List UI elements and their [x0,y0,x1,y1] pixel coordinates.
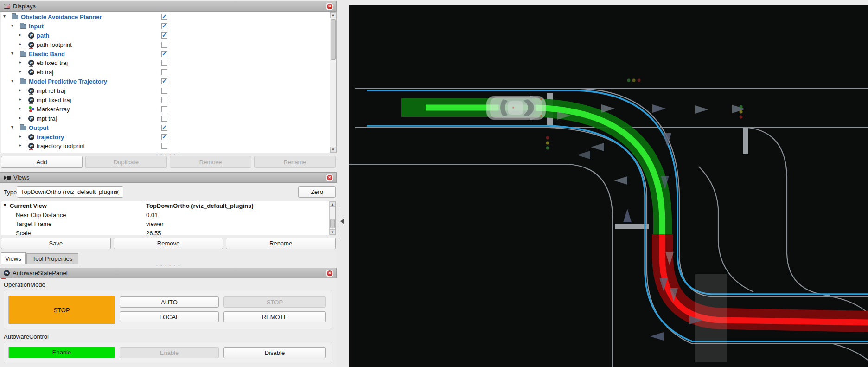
tree-row[interactable]: ▸wpath [1,31,330,40]
enabled-checkbox[interactable] [161,23,167,29]
expanded-icon[interactable]: ▾ [3,13,6,19]
tree-row[interactable]: ▸web fixed traj [1,58,330,68]
views-rename-button[interactable]: Rename [226,238,336,249]
tree-row[interactable]: ▾Model Predictive Trajectory [1,77,330,86]
enabled-checkbox[interactable] [161,134,167,140]
display-label[interactable]: path [37,32,49,39]
collapsed-icon[interactable]: ▸ [19,87,21,92]
displays-duplicate-button[interactable]: Duplicate [85,156,167,168]
tree-row[interactable]: ▸wtrajectory footprint [1,142,330,151]
panel-resize-handle[interactable]: · · · · · · [153,264,184,267]
property-row[interactable]: Near Clip Distance0.01 [1,212,330,221]
display-label[interactable]: eb traj [37,69,53,76]
disable-button[interactable]: Disable [223,347,326,358]
collapsed-icon[interactable]: ▸ [19,115,21,120]
property-row[interactable]: ▾Current ViewTopDownOrtho (rviz_default_… [1,202,330,212]
expanded-icon[interactable]: ▾ [11,51,13,56]
autoware-panel-titlebar[interactable]: w AutowareStatePanel ✕ [0,268,337,278]
displays-scrollbar[interactable]: ▲ ▼ [330,12,336,153]
tree-row[interactable]: ▾Input [1,22,330,31]
property-value[interactable]: 26.55 [146,230,161,236]
display-tree[interactable]: ▾Obstacle Avoidance Planner▾Input▸wpath▸… [1,12,337,153]
3d-viewport[interactable] [349,5,868,367]
display-label[interactable]: trajectory footprint [37,142,85,149]
scroll-up-icon[interactable]: ▲ [330,12,336,18]
display-label[interactable]: Input [29,23,44,30]
tree-row[interactable]: ▾Obstacle Avoidance Planner [1,13,330,22]
expanded-icon[interactable]: ▾ [4,202,6,207]
expanded-icon[interactable]: ▾ [11,78,13,83]
display-label[interactable]: Output [29,124,49,131]
property-value[interactable]: viewer [146,220,164,227]
collapsed-icon[interactable]: ▸ [19,97,21,102]
tree-row[interactable]: ▸wtrajectory [1,133,330,142]
property-row[interactable]: Scale26.55 [1,230,330,236]
expanded-icon[interactable]: ▾ [11,124,13,129]
enable-button[interactable]: Enable [120,347,219,358]
enabled-checkbox[interactable] [161,143,167,149]
displays-add-button[interactable]: Add [1,156,83,168]
display-label[interactable]: mpt fixed traj [37,97,71,103]
stop-button[interactable]: STOP [223,296,326,308]
views-remove-button[interactable]: Remove [114,238,223,249]
displays-remove-button[interactable]: Remove [170,156,251,168]
tree-row[interactable]: ▸wmpt traj [1,114,330,123]
tab-views[interactable]: Views [1,252,26,264]
tree-row[interactable]: ▸web traj [1,68,330,77]
collapsed-icon[interactable]: ▸ [19,134,21,139]
enabled-checkbox[interactable] [161,32,167,39]
display-label[interactable]: Model Predictive Trajectory [29,78,107,85]
view-type-select[interactable]: TopDownOrtho (rviz_default_plugins) ▼ [17,186,123,198]
view-properties-table[interactable]: ▾Current ViewTopDownOrtho (rviz_default_… [1,201,336,235]
property-row[interactable]: Target Frameviewer [1,220,330,230]
display-label[interactable]: trajectory [37,134,64,141]
local-button[interactable]: LOCAL [120,311,219,322]
expanded-icon[interactable]: ▾ [11,23,13,28]
enabled-checkbox[interactable] [161,78,167,84]
enabled-checkbox[interactable] [161,14,167,20]
views-close-button[interactable]: ✕ [326,174,333,181]
scroll-down-icon[interactable]: ▼ [330,229,335,235]
enabled-checkbox[interactable] [161,88,167,94]
enabled-checkbox[interactable] [161,106,167,112]
tab-tool-properties[interactable]: Tool Properties [26,253,78,264]
displays-rename-button[interactable]: Rename [254,156,336,168]
auto-button[interactable]: AUTO [120,296,219,308]
scroll-up-icon[interactable]: ▲ [330,201,335,207]
collapsed-icon[interactable]: ▸ [19,41,21,46]
display-label[interactable]: Elastic Band [29,51,65,58]
tree-row[interactable]: ▾Output [1,123,330,133]
tree-row[interactable]: ▸wmpt ref traj [1,86,330,96]
enabled-checkbox[interactable] [161,69,167,75]
views-scrollbar[interactable]: ▲ ▼ [329,201,335,235]
remote-button[interactable]: REMOTE [223,311,326,322]
collapsed-icon[interactable]: ▸ [19,69,21,74]
display-label[interactable]: mpt traj [37,115,57,122]
display-label[interactable]: MarkerArray [37,106,70,113]
enabled-checkbox[interactable] [161,116,167,122]
display-label[interactable]: Obstacle Avoidance Planner [21,13,102,20]
tree-row[interactable]: ▸wpath footprint [1,40,330,50]
enabled-checkbox[interactable] [161,125,167,131]
tree-row[interactable]: ▸wmpt fixed traj [1,96,330,105]
zero-button[interactable]: Zero [298,186,336,198]
enabled-checkbox[interactable] [161,42,167,48]
tree-row[interactable]: ▸MarkerArray [1,105,330,114]
autoware-close-button[interactable]: ✕ [326,270,333,277]
scroll-down-icon[interactable]: ▼ [330,147,336,153]
enabled-checkbox[interactable] [161,60,167,66]
collapsed-icon[interactable]: ▸ [19,59,21,64]
display-label[interactable]: path footprint [37,41,72,48]
property-value[interactable]: 0.01 [146,212,158,219]
dock-splitter[interactable] [337,0,349,367]
enabled-checkbox[interactable] [161,51,167,57]
tree-row[interactable]: ▾Elastic Band [1,50,330,59]
displays-close-button[interactable]: ✕ [326,3,333,10]
displays-panel-titlebar[interactable]: Displays ✕ [0,1,337,12]
views-panel-titlebar[interactable]: Views ✕ [0,172,337,183]
display-label[interactable]: mpt ref traj [37,87,65,94]
collapse-dock-icon[interactable] [340,219,344,224]
collapsed-icon[interactable]: ▸ [19,106,21,111]
enabled-checkbox[interactable] [161,97,167,103]
property-value[interactable]: TopDownOrtho (rviz_default_plugins) [146,202,254,209]
